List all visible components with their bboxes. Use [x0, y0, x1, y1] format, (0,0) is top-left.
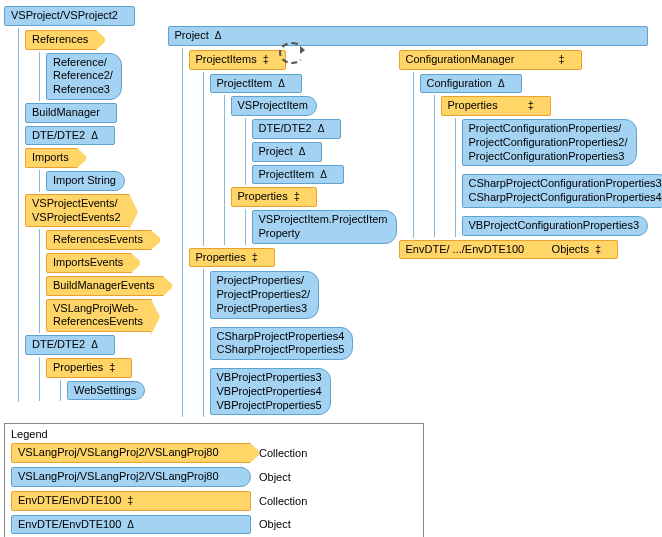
build-manager: BuildManager	[25, 103, 117, 123]
imports-coll: Imports	[25, 148, 78, 168]
column-bc: ProjectΔ ProjectItems‡ ProjectItemΔ VSPr…	[168, 4, 662, 417]
configuration: ConfigurationΔ	[420, 74, 522, 94]
double-dagger-icon: ‡	[528, 99, 534, 111]
delta-icon: Δ	[91, 339, 98, 350]
properties-b2: Properties‡	[189, 248, 275, 268]
double-dagger-icon: ‡	[252, 251, 258, 263]
project-item: ProjectItemΔ	[210, 74, 302, 94]
vb-config-properties: VBProjectConfigurationProperties3	[462, 216, 649, 236]
dte-b: DTE/DTE2Δ	[252, 119, 342, 139]
delta-icon: Δ	[278, 78, 285, 89]
legend-title: Legend	[11, 428, 417, 440]
vsproject-root: VSProject/VSProject2	[4, 6, 135, 26]
websettings: WebSettings	[67, 381, 145, 401]
column-c: ConfigurationManager‡ ConfigurationΔ Pro…	[399, 48, 662, 262]
project-properties: ProjectProperties/ ProjectProperties2/ P…	[210, 271, 320, 318]
column-b: ProjectItems‡ ProjectItemΔ VSProjectItem…	[189, 48, 389, 418]
dte-a2: DTE/DTE2Δ	[25, 335, 115, 355]
diagram-root: VSProject/VSProject2 References Referenc…	[4, 4, 658, 537]
recursive-icon	[279, 42, 305, 64]
legend: Legend VSLangProj/VSLangProj2/VSLangProj…	[4, 423, 424, 537]
vsproject-item: VSProjectItem	[231, 96, 317, 116]
double-dagger-icon: ‡	[595, 243, 601, 255]
delta-icon: Δ	[318, 123, 325, 134]
legend-type: Object	[259, 518, 291, 530]
import-string: Import String	[46, 171, 125, 191]
references-events: ReferencesEvents	[46, 230, 152, 250]
dte-a: DTE/DTE2Δ	[25, 126, 115, 146]
envdte-objects: EnvDTE/ .../EnvDTE100 Objects‡	[399, 240, 619, 260]
vsprojectitem-property: VSProjectItem.ProjectItem Property	[252, 210, 397, 244]
double-dagger-icon: ‡	[294, 190, 300, 202]
csharp-project-properties: CSharpProjectProperties4 CSharpProjectPr…	[210, 327, 354, 361]
double-dagger-icon: ‡	[263, 53, 269, 65]
delta-icon: Δ	[215, 30, 222, 41]
legend-orange-box: EnvDTE/EnvDTE100‡	[11, 491, 251, 511]
imports-events: ImportsEvents	[46, 253, 132, 273]
delta-icon: Δ	[127, 519, 134, 530]
project-config-properties: ProjectConfigurationProperties/ ProjectC…	[462, 119, 637, 166]
project-root: ProjectΔ	[168, 26, 648, 46]
column-a: VSProject/VSProject2 References Referenc…	[4, 4, 164, 402]
legend-orange-arrow: VSLangProj/VSLangProj2/VSLangProj80	[11, 443, 251, 463]
double-dagger-icon: ‡	[127, 494, 133, 506]
legend-blue-round: VSLangProj/VSLangProj2/VSLangProj80	[11, 467, 251, 487]
properties-b1: Properties‡	[231, 187, 317, 207]
properties-c: Properties‡	[441, 96, 551, 116]
double-dagger-icon: ‡	[558, 53, 564, 65]
project-ref: ProjectΔ	[252, 142, 323, 162]
legend-blue-box: EnvDTE/EnvDTE100Δ	[11, 515, 251, 535]
properties-a: Properties‡	[46, 358, 132, 378]
buildmanager-events: BuildManagerEvents	[46, 276, 164, 296]
references-coll: References	[25, 30, 97, 50]
configuration-manager: ConfigurationManager‡	[399, 50, 582, 70]
double-dagger-icon: ‡	[109, 361, 115, 373]
reference-obj: Reference/ Reference2/ Reference3	[46, 53, 122, 100]
delta-icon: Δ	[320, 169, 327, 180]
project-item-ref: ProjectItemΔ	[252, 165, 344, 185]
vsproject-events: VSProjectEvents/ VSProjectEvents2	[25, 194, 130, 228]
legend-type: Collection	[259, 447, 307, 459]
delta-icon: Δ	[91, 130, 98, 141]
csharp-config-properties: CSharpProjectConfigurationProperties3 CS…	[462, 174, 662, 208]
delta-icon: Δ	[498, 78, 505, 89]
delta-icon: Δ	[299, 146, 306, 157]
vslangprojweb-events: VSLangProjWeb- ReferencesEvents	[46, 299, 152, 333]
vb-project-properties: VBProjectProperties3 VBProjectProperties…	[210, 368, 331, 415]
legend-type: Object	[259, 471, 291, 483]
legend-type: Collection	[259, 495, 307, 507]
project-items: ProjectItems‡	[189, 50, 286, 70]
